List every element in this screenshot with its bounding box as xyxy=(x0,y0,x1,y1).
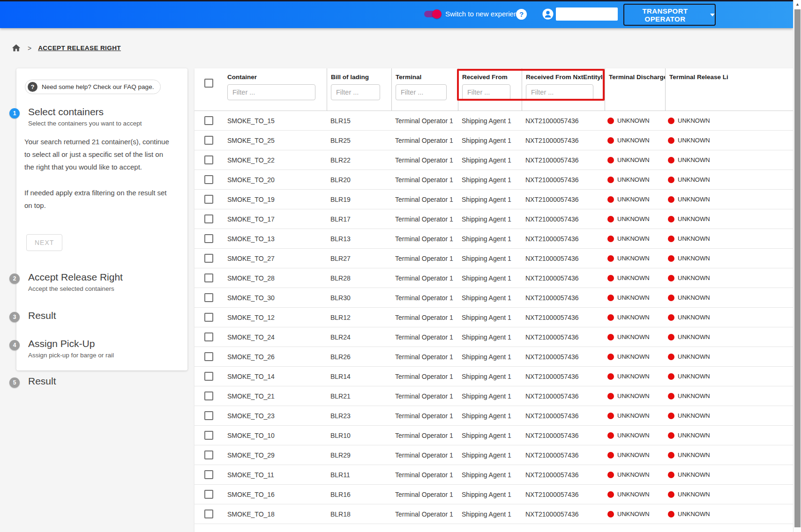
scrollbar-thumb[interactable] xyxy=(794,9,801,527)
row-checkbox[interactable] xyxy=(204,510,213,518)
page-scrollbar[interactable]: ▲ xyxy=(793,0,801,532)
row-checkbox[interactable] xyxy=(204,195,213,204)
row-checkbox[interactable] xyxy=(204,372,213,381)
status-label: UNKNOWN xyxy=(617,432,650,439)
cell-terminal-release-light: UNKNOWN xyxy=(665,196,793,203)
status-label: UNKNOWN xyxy=(617,255,650,262)
table-row: SMOKE_TO_19 BLR19 Terminal Operator 1 Sh… xyxy=(195,190,793,209)
row-checkbox[interactable] xyxy=(204,392,213,400)
help-icon[interactable]: ? xyxy=(516,9,527,20)
wizard-step-accept-release-right: 2 Accept Release Right Accept the select… xyxy=(28,272,178,292)
filter-input-received-from-nxt-entity-id[interactable] xyxy=(526,84,593,100)
status-label: UNKNOWN xyxy=(678,432,710,439)
status-dot-red-icon xyxy=(668,177,674,183)
table-row: SMOKE_TO_27 BLR27 Terminal Operator 1 Sh… xyxy=(195,249,793,268)
filter-input-terminal[interactable] xyxy=(396,84,447,100)
cell-terminal-discharge-light: UNKNOWN xyxy=(605,432,665,439)
cell-received-from: Shipping Agent 1 xyxy=(458,235,522,243)
cell-container: SMOKE_TO_30 xyxy=(224,294,327,302)
table-row: SMOKE_TO_24 BLR24 Terminal Operator 1 Sh… xyxy=(195,327,793,347)
cell-container: SMOKE_TO_27 xyxy=(224,255,327,262)
topbar-text-input[interactable] xyxy=(556,7,618,21)
cell-terminal: Terminal Operator 1 xyxy=(391,412,458,420)
select-all-checkbox[interactable] xyxy=(204,79,213,88)
cell-received-from-nxt-entity-id: NXT21000057436 xyxy=(522,333,605,341)
status-dot-red-icon xyxy=(668,511,674,517)
status-dot-red-icon xyxy=(668,373,674,380)
status-label: UNKNOWN xyxy=(678,412,710,419)
row-checkbox[interactable] xyxy=(204,136,213,145)
row-checkbox[interactable] xyxy=(204,273,213,282)
cell-container: SMOKE_TO_28 xyxy=(224,274,327,282)
status-label: UNKNOWN xyxy=(617,392,650,399)
row-checkbox[interactable] xyxy=(204,490,213,499)
column-header-terminal: Terminal xyxy=(391,68,458,111)
status-dot-red-icon xyxy=(607,393,614,399)
status-dot-red-icon xyxy=(607,452,614,458)
status-dot-red-icon xyxy=(607,491,614,498)
cell-container: SMOKE_TO_25 xyxy=(224,137,327,144)
cell-received-from-nxt-entity-id: NXT21000057436 xyxy=(522,373,605,380)
cell-terminal-discharge-light: UNKNOWN xyxy=(605,215,665,222)
filter-input-container[interactable] xyxy=(227,84,315,100)
row-checkbox[interactable] xyxy=(204,352,213,361)
cell-container: SMOKE_TO_19 xyxy=(224,196,327,203)
next-button[interactable]: NEXT xyxy=(26,234,62,251)
cell-received-from: Shipping Agent 1 xyxy=(458,274,522,282)
faq-help-button[interactable]: ? Need some help? Check our FAQ page. xyxy=(25,80,161,94)
cell-terminal-discharge-light: UNKNOWN xyxy=(605,196,665,203)
cell-received-from: Shipping Agent 1 xyxy=(458,137,522,144)
cell-bill-of-lading: BLR13 xyxy=(327,235,391,243)
cell-terminal-release-light: UNKNOWN xyxy=(665,255,793,262)
cell-container: SMOKE_TO_14 xyxy=(224,373,327,380)
row-checkbox[interactable] xyxy=(204,116,213,125)
cell-received-from: Shipping Agent 1 xyxy=(458,176,522,184)
status-dot-red-icon xyxy=(668,255,674,262)
row-checkbox[interactable] xyxy=(204,313,213,322)
cell-received-from: Shipping Agent 1 xyxy=(458,373,522,380)
status-label: UNKNOWN xyxy=(617,274,650,281)
step-number-badge: 2 xyxy=(9,273,20,284)
filter-input-received-from[interactable] xyxy=(462,84,510,100)
row-checkbox[interactable] xyxy=(204,470,213,479)
status-dot-red-icon xyxy=(607,196,614,203)
cell-container: SMOKE_TO_18 xyxy=(224,510,327,518)
row-checkbox[interactable] xyxy=(204,254,213,263)
status-label: UNKNOWN xyxy=(678,491,710,498)
status-label: UNKNOWN xyxy=(678,156,710,163)
row-checkbox[interactable] xyxy=(204,293,213,302)
cell-received-from-nxt-entity-id: NXT21000057436 xyxy=(522,274,605,282)
status-dot-red-icon xyxy=(607,334,614,340)
home-icon[interactable] xyxy=(11,43,21,53)
table-row: SMOKE_TO_11 BLR11 Terminal Operator 1 Sh… xyxy=(195,465,793,485)
status-label: UNKNOWN xyxy=(678,373,710,380)
row-checkbox[interactable] xyxy=(204,431,213,440)
cell-bill-of-lading: BLR30 xyxy=(327,294,391,302)
breadcrumb-current-link[interactable]: ACCEPT RELEASE RIGHT xyxy=(38,44,121,52)
chevron-down-icon xyxy=(710,14,715,16)
breadcrumb-separator: > xyxy=(28,44,31,52)
status-label: UNKNOWN xyxy=(617,235,650,242)
cell-container: SMOKE_TO_10 xyxy=(224,432,327,439)
row-checkbox[interactable] xyxy=(204,214,213,223)
status-dot-red-icon xyxy=(607,236,614,242)
filter-input-bill-of-lading[interactable] xyxy=(331,84,380,100)
new-experience-toggle[interactable] xyxy=(424,11,440,17)
cell-bill-of-lading: BLR16 xyxy=(327,491,391,498)
user-account-icon[interactable] xyxy=(542,8,553,19)
cell-received-from-nxt-entity-id: NXT21000057436 xyxy=(522,432,605,439)
row-checkbox[interactable] xyxy=(204,332,213,341)
row-checkbox[interactable] xyxy=(204,451,213,459)
cell-received-from-nxt-entity-id: NXT21000057436 xyxy=(522,137,605,144)
row-checkbox[interactable] xyxy=(204,155,213,164)
status-label: UNKNOWN xyxy=(617,314,650,321)
row-checkbox[interactable] xyxy=(204,411,213,420)
cell-terminal-release-light: UNKNOWN xyxy=(665,353,793,360)
table-row: SMOKE_TO_13 BLR13 Terminal Operator 1 Sh… xyxy=(195,229,793,249)
role-selector-button[interactable]: TRANSPORT OPERATOR xyxy=(623,4,716,26)
cell-bill-of-lading: BLR10 xyxy=(327,432,391,439)
status-dot-red-icon xyxy=(668,216,674,222)
row-checkbox[interactable] xyxy=(204,175,213,184)
row-checkbox[interactable] xyxy=(204,234,213,243)
scroll-up-arrow-icon[interactable]: ▲ xyxy=(794,0,801,8)
